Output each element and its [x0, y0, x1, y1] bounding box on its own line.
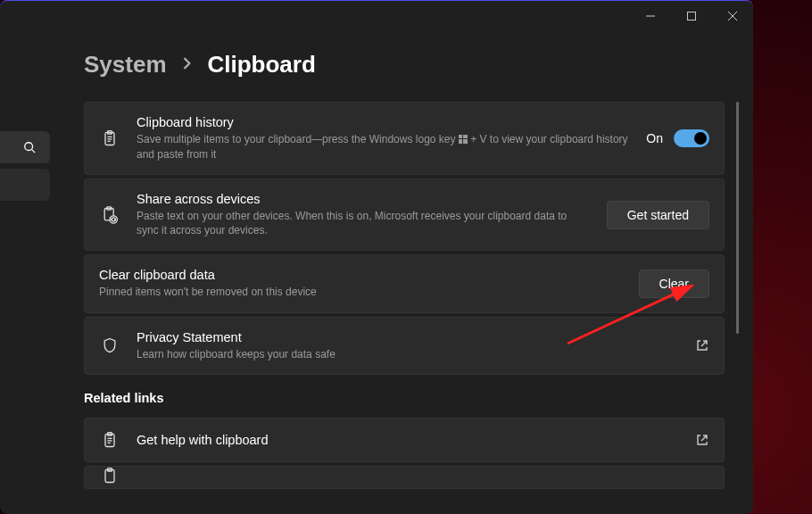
page-title: Clipboard [208, 51, 316, 79]
setting-clipboard-history: Clipboard history Save multiple items to… [84, 102, 725, 175]
scrollbar[interactable] [736, 102, 739, 334]
link-partial[interactable] [84, 466, 725, 489]
svg-line-5 [32, 150, 36, 153]
clipboard-icon [99, 431, 120, 449]
windows-key-icon [459, 133, 468, 147]
link-title: Get help with clipboard [137, 433, 679, 447]
clipboard-icon [99, 129, 120, 147]
maximize-icon [687, 12, 696, 21]
setting-title: Privacy Statement [137, 330, 679, 344]
chevron-right-icon [183, 57, 192, 72]
sidebar-item[interactable] [0, 169, 50, 201]
close-button[interactable] [712, 1, 753, 31]
setting-share-devices: Share across devices Paste text on your … [84, 178, 725, 251]
setting-title: Clipboard history [137, 115, 630, 129]
close-icon [728, 12, 737, 21]
setting-clear-data: Clear clipboard data Pinned items won't … [84, 254, 725, 312]
setting-desc: Learn how clipboard keeps your data safe [137, 347, 679, 361]
clipboard-history-toggle[interactable] [674, 129, 709, 147]
svg-rect-13 [459, 139, 462, 144]
toggle-state-label: On [646, 131, 663, 145]
svg-point-4 [25, 143, 33, 151]
settings-window: System Clipboard Clipboard history [0, 0, 753, 514]
external-link-icon [695, 433, 709, 447]
setting-privacy[interactable]: Privacy Statement Learn how clipboard ke… [84, 317, 725, 375]
setting-desc: Paste text on your other devices. When t… [137, 209, 591, 237]
setting-title: Clear clipboard data [99, 268, 623, 282]
svg-rect-11 [459, 135, 462, 138]
clear-button[interactable]: Clear [639, 269, 709, 298]
clipboard-sync-icon [99, 206, 120, 224]
maximize-button[interactable] [671, 1, 712, 31]
related-links-label: Related links [84, 391, 725, 405]
minimize-button[interactable] [630, 1, 671, 31]
setting-desc: Pinned items won't be removed on this de… [99, 285, 623, 299]
link-get-help[interactable]: Get help with clipboard [84, 418, 725, 462]
clipboard-icon [99, 467, 120, 485]
titlebar [0, 1, 753, 31]
svg-point-17 [110, 216, 117, 223]
shield-icon [99, 336, 120, 354]
external-link-icon [695, 338, 709, 352]
breadcrumb: System Clipboard [84, 51, 748, 79]
search-icon [23, 141, 36, 153]
sidebar-search[interactable] [0, 131, 50, 163]
setting-title: Share across devices [137, 192, 591, 206]
minimize-icon [646, 12, 655, 21]
breadcrumb-parent[interactable]: System [84, 51, 167, 79]
get-started-button[interactable]: Get started [607, 201, 709, 229]
svg-rect-1 [688, 12, 696, 21]
setting-desc: Save multiple items to your clipboard—pr… [137, 132, 630, 162]
sidebar [0, 31, 50, 514]
content-area: System Clipboard Clipboard history [50, 31, 753, 514]
